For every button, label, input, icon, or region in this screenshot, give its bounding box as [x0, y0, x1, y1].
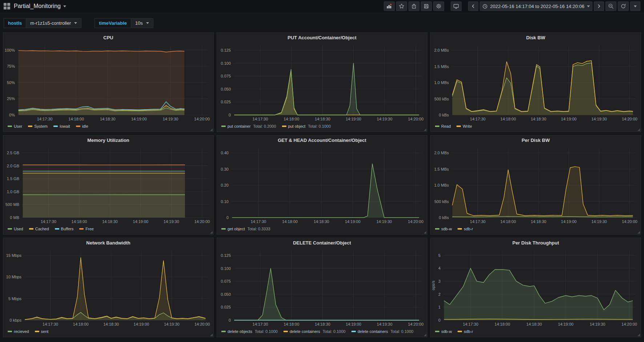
svg-text:14:19:30: 14:19:30	[377, 117, 393, 121]
panel-resize-handle[interactable]	[210, 231, 213, 234]
svg-text:14:20:00: 14:20:00	[408, 117, 423, 121]
chart-network[interactable]: 0 kbps5 Mbps10 Mbps15 Mbps14:17:3014:18:…	[3, 248, 213, 328]
legend-series-total: Total: 0.1000	[323, 329, 346, 334]
legend-series-name: recieved	[14, 329, 29, 334]
panel-resize-handle[interactable]	[424, 128, 426, 131]
legend-item[interactable]: put objectTotal: 0.1000	[282, 124, 331, 128]
panel-resize-handle[interactable]	[637, 334, 640, 336]
svg-text:14:19:30: 14:19:30	[591, 117, 607, 121]
variable-value-dropdown[interactable]: 10s	[131, 18, 153, 28]
legend-item[interactable]: Iowait	[53, 124, 70, 128]
legend-item[interactable]: get objectTotal: 0.3333	[221, 227, 270, 231]
panel-resize-handle[interactable]	[424, 334, 426, 336]
panel-title[interactable]: PUT Account/Container/Object	[217, 33, 427, 43]
svg-text:14:18:30: 14:18:30	[531, 117, 546, 121]
variable-value-dropdown[interactable]: m-r1z1s5-controller	[26, 18, 81, 28]
svg-text:14:17:30: 14:17:30	[251, 219, 266, 224]
chart-delete[interactable]: 00.0250.0500.0750.1000.12514:17:3014:18:…	[217, 248, 427, 328]
svg-text:14:18:00: 14:18:00	[73, 322, 89, 326]
svg-text:500 kBs: 500 kBs	[434, 97, 449, 101]
panel-resize-handle[interactable]	[210, 128, 213, 131]
legend-series-name: System	[34, 124, 48, 128]
legend-item[interactable]: put containerTotal: 0.2000	[221, 124, 276, 128]
monitor-icon	[453, 3, 459, 9]
chart-per-disk-bw[interactable]: 0 kBs500 kBs1.0 MBs1.5 MBs2.0 MBs14:17:3…	[431, 145, 641, 226]
panel-title[interactable]: Per Disk BW	[431, 135, 641, 145]
legend-item[interactable]: User	[8, 124, 22, 128]
legend-item[interactable]: System	[28, 124, 48, 128]
add-panel-button[interactable]	[384, 1, 395, 11]
time-range-button[interactable]: 2022-05-16 14:17:04 to 2022-05-16 14:20:…	[480, 1, 593, 11]
panel-delete: DELETE Container/Object 00.0250.0500.075…	[217, 238, 427, 337]
panel-resize-handle[interactable]	[637, 128, 640, 131]
zoom-out-button[interactable]	[605, 1, 616, 11]
svg-text:14:18:00: 14:18:00	[68, 117, 84, 121]
share-button[interactable]	[408, 1, 419, 11]
svg-text:14:20:00: 14:20:00	[408, 219, 423, 224]
legend-item[interactable]: delete containersTotal: 0.1000	[283, 329, 346, 334]
legend-item[interactable]: Free	[79, 227, 94, 231]
svg-text:0.100: 0.100	[221, 266, 231, 271]
panel-get-head: GET & HEAD Account/Container/Object 00.1…	[217, 135, 427, 235]
refresh-interval-dropdown[interactable]	[630, 1, 640, 11]
save-button[interactable]	[421, 1, 432, 11]
panel-title[interactable]: Per Disk Throughput	[431, 238, 641, 248]
dashboard-title-dropdown[interactable]: Partial_Monitoring	[14, 3, 66, 9]
legend-series-name: put object	[288, 124, 306, 128]
svg-text:14:19:00: 14:19:00	[134, 322, 149, 326]
panel-title[interactable]: GET & HEAD Account/Container/Object	[217, 135, 427, 145]
svg-text:0.075: 0.075	[221, 74, 231, 78]
refresh-button[interactable]	[618, 1, 629, 11]
chart-per-disk-throughput[interactable]: 01234514:17:3014:18:0014:18:3014:19:0014…	[431, 248, 641, 328]
legend-series-name: Buffers	[61, 227, 74, 231]
panel-title[interactable]: Network Bandwidth	[3, 238, 213, 248]
chart-memory[interactable]: 0 MB500 MB1.0 GB1.5 GB2.0 GB2.5 GB14:17:…	[3, 145, 213, 226]
chart-put[interactable]: 00.0250.0500.0750.1000.12514:17:3014:18:…	[217, 43, 427, 123]
time-back-button[interactable]	[468, 1, 478, 11]
svg-text:14:19:00: 14:19:00	[346, 117, 361, 121]
svg-text:50%: 50%	[7, 80, 15, 85]
svg-text:14:19:30: 14:19:30	[377, 219, 392, 224]
legend-item[interactable]: Write	[456, 124, 472, 128]
dashboard-title: Partial_Monitoring	[14, 3, 61, 9]
apps-menu-icon[interactable]	[4, 3, 10, 9]
panel-title[interactable]: DELETE Container/Object	[217, 238, 427, 248]
legend-item[interactable]: Buffers	[55, 227, 74, 231]
panel-title[interactable]: CPU	[3, 33, 213, 43]
legend: UserSystemIowaitidle	[3, 123, 213, 132]
legend-item[interactable]: sdb-r	[458, 329, 473, 334]
settings-button[interactable]	[433, 1, 444, 11]
save-icon	[423, 3, 429, 9]
panel-per-disk-bw: Per Disk BW 0 kBs500 kBs1.0 MBs1.5 MBs2.…	[430, 135, 641, 235]
chart-get-head[interactable]: 00.100.200.300.4014:17:3014:18:0014:18:3…	[217, 145, 427, 226]
panel-resize-handle[interactable]	[637, 231, 640, 234]
legend-item[interactable]: Cached	[29, 227, 49, 231]
svg-text:5: 5	[438, 253, 440, 258]
legend-item[interactable]: sdb-w	[435, 227, 452, 231]
kiosk-mode-button[interactable]	[451, 1, 462, 11]
legend-item[interactable]: idle	[76, 124, 88, 128]
panel-resize-handle[interactable]	[424, 231, 426, 234]
legend-item[interactable]: sent	[35, 329, 49, 334]
legend-series-name: sdb-w	[441, 329, 452, 334]
panel-title[interactable]: Disk BW	[431, 33, 641, 43]
panel-put: PUT Account/Container/Object 00.0250.050…	[217, 32, 427, 132]
legend-item[interactable]: Used	[8, 227, 23, 231]
legend-series-name: put container	[228, 124, 251, 128]
svg-text:14:17:30: 14:17:30	[463, 322, 478, 326]
legend-item[interactable]: delete objectsTotal: 0.1000	[221, 329, 278, 334]
time-forward-button[interactable]	[594, 1, 604, 11]
svg-text:3: 3	[438, 279, 440, 283]
legend-item[interactable]: sdb-r	[458, 227, 473, 231]
panel-resize-handle[interactable]	[210, 334, 213, 336]
chart-cpu[interactable]: 0%25%50%75%100%14:17:3014:18:0014:18:301…	[3, 43, 213, 123]
legend-item[interactable]: delete containersTotal: 0.1000	[351, 329, 414, 334]
svg-text:1.0 GB: 1.0 GB	[7, 190, 19, 194]
chart-disk-bw[interactable]: 0 kBs500 kBs1.0 MBs1.5 MBs2.0 MBs14:17:3…	[431, 43, 641, 123]
legend-item[interactable]: recieved	[8, 329, 29, 334]
panel-title[interactable]: Memory Utilization	[3, 135, 213, 145]
legend-series-name: sdb-w	[441, 227, 452, 231]
legend-item[interactable]: sdb-w	[435, 329, 452, 334]
legend-item[interactable]: Read	[435, 124, 451, 128]
star-button[interactable]	[396, 1, 407, 11]
